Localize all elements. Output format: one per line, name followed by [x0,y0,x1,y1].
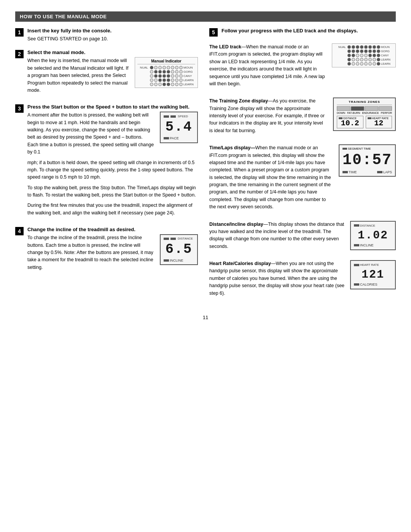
tz-label-down: DOWN [337,112,345,114]
step-1-number: 1 [15,28,24,37]
distance-label: DISTANCE [164,237,193,240]
track-row-4: LEARN [335,58,393,61]
step-4-block: 4 Change the incline of the treadmill as… [15,227,198,274]
step-2-title: Select the manual mode. [27,50,198,55]
left-column: 1 Insert the key fully into the console.… [15,28,198,307]
led-dot [162,78,166,82]
led-dot [167,83,170,86]
led-dot [171,78,174,82]
heart-rate-lcd: 121 [354,267,392,282]
led-row-2: GORG [137,70,195,73]
distance-incline-section: Distance/Incline dis­play—This display s… [209,221,396,254]
led-dot [158,83,162,86]
speed-label: SPEED [164,115,188,118]
tz-zone-down [337,106,350,111]
led-dot [364,54,368,57]
tz-displays: DISTANCE 10.2 HEART RATE 12 [337,116,392,128]
led-dot [377,50,380,53]
step-2-with-figure: When the key is inserted, the manual mod… [27,57,198,97]
pace-indicator: PACE [164,136,179,140]
heart-rate-figure: Heart Rate/Calories display—When you are… [209,260,396,300]
tz-label-perfor: PERFOR [381,112,392,114]
led-dot [377,58,380,61]
led-dot [360,54,363,57]
led-dot [347,58,351,61]
led-dot [150,78,153,82]
incline-bottom-row: INCLINE [164,259,194,262]
led-dot [356,54,359,57]
led-dot [377,62,380,66]
page-container: HOW TO USE THE MANUAL MODE 1 Insert the … [15,11,396,320]
led-dot [179,66,183,69]
track-label-gorg: GORG [381,50,392,53]
manual-indicator-title: Manual Indicator [137,59,195,64]
led-dot [154,78,158,82]
step-2-block: 2 Select the manual mode. When the key i… [15,50,198,97]
incline-lcd: 6.5 [164,241,194,258]
dist-indicator: DISTANCE [354,224,375,227]
track-label-learn1: LEARN [381,58,392,61]
track-row-1: NUAL MOUN [335,45,393,49]
page-number: 11 [15,315,396,320]
incline2-box [354,244,359,246]
led-dot [368,58,372,61]
led-dot [352,62,355,66]
led-dot [364,58,368,61]
time-laps-title: Time/Laps display— [209,145,255,150]
led-dot [167,74,170,78]
track-label-learn2: LEARN [381,62,392,66]
step-3-number: 3 [15,104,24,113]
led-dot [171,74,174,78]
led-row-4: LEARN [137,78,195,82]
distance-incline-text: Distance/Incline dis­play—This display s… [209,221,345,254]
seg-top-label: SEGMENT TIME [342,147,392,150]
led-label-learn2: LEARN [183,83,194,86]
led-dot [360,50,363,53]
led-dot [347,62,351,66]
incline-indicator: INCLINE [164,259,183,262]
led-dot [368,54,372,57]
tz-number-1: 10.2 [339,120,362,127]
step-4-figure: To change the incline of the treadmill, … [27,234,198,274]
led-dot [154,83,158,86]
step-5-number: 5 [209,28,218,37]
time-laps-figure: Time/Laps display—When the manual mode o… [209,144,396,214]
hr-indicator: HEART RATE [354,263,379,267]
led-dot [158,74,162,78]
led-dot [158,70,162,73]
tz-zone-endurance [365,106,378,111]
led-dot [347,45,351,49]
led-dot [154,70,158,73]
training-zone-figure: The Training Zone dis­play—As you exerci… [209,97,396,137]
calories-indicator: CALORIES [354,283,378,286]
distance-indicator-box [170,238,176,240]
hr-box [354,264,359,266]
led-dot [352,58,355,61]
tz-header: TRAINING ZONES [337,100,392,105]
led-dot [150,70,153,73]
distance-lcd: 1.02 [354,228,392,243]
tz-zone-bar [337,106,392,111]
time-laps-lcd: 10:57 [342,151,392,169]
led-dot [162,66,166,69]
track-row-5: LEARN [335,62,393,66]
step-2-content: Select the manual mode. When the key is … [27,50,198,97]
led-dot [167,78,170,82]
step-2-number: 2 [15,50,24,58]
led-dot [175,70,178,73]
led-label-nual: NUAL [137,66,148,69]
led-track-grid: NUAL MOUN [335,45,393,66]
training-zone-para: The Training Zone dis­play—As you exerci… [209,97,328,134]
seg-label-text: SEGMENT TIME [348,147,371,150]
led-dot [179,74,183,78]
tz-display-2: HEART RATE 12 [366,116,392,128]
led-dot [368,45,372,49]
manual-indicator-panel: Manual Indicator NUAL [135,57,198,88]
led-dot [364,45,368,49]
step-2-text: When the key is inserted, the manual mod… [27,57,130,97]
laps-indicator: LAPS [377,170,392,174]
led-dot [377,54,380,57]
time-box [342,171,348,173]
distance-display-panel: DISTANCE 1.02 INCLINE [350,221,396,250]
led-label-moun: MOUN [183,66,194,69]
